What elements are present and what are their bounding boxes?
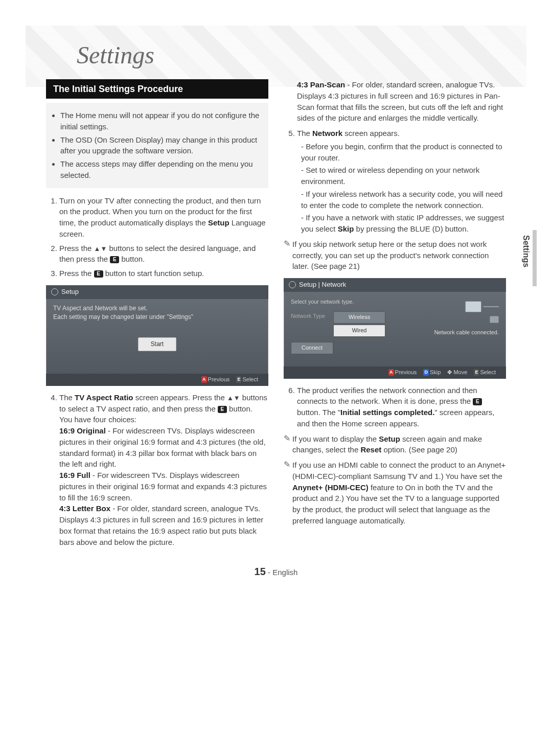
- chapter-title: Settings: [77, 41, 506, 69]
- footer-select: Select: [242, 376, 258, 382]
- enter-icon: E: [110, 256, 119, 263]
- network-type-label: Network Type: [291, 312, 332, 320]
- ui-footer: APrevious ESelect: [46, 374, 268, 386]
- gear-icon: [289, 281, 296, 288]
- page-number: 15 - English: [46, 566, 506, 578]
- steps-list-cont: The TV Aspect Ratio screen appears. Pres…: [46, 392, 268, 548]
- ui-title: Setup | Network: [299, 280, 346, 290]
- note-item: The Home menu will not appear if you do …: [60, 110, 261, 132]
- step-6: The product verifies the network connect…: [297, 385, 506, 429]
- page-language: - English: [266, 568, 298, 577]
- chip-a-icon: A: [388, 369, 394, 376]
- reset-note: ✎ If you want to display the Setup scree…: [284, 433, 506, 456]
- sub-item: Set to wired or wireless depending on yo…: [301, 165, 506, 187]
- router-icon: [465, 301, 481, 312]
- note-item: The OSD (On Screen Display) may change i…: [60, 134, 261, 157]
- enter-icon: E: [473, 398, 482, 405]
- enter-icon: E: [218, 406, 227, 413]
- note-text: If you want to display the Setup screen …: [292, 433, 506, 456]
- skip-note: ✎ If you skip network setup here or the …: [284, 239, 506, 272]
- ui-text-line: TV Aspect and Network will be set.: [53, 304, 261, 313]
- step5-sublist: Before you begin, confirm that the produ…: [301, 141, 506, 235]
- pencil-icon: ✎: [284, 460, 290, 526]
- side-tab-bar: [533, 230, 537, 286]
- ui-title-bar: Setup | Network: [284, 278, 506, 292]
- sub-item: If you have a network with static IP add…: [301, 212, 506, 235]
- ui-body: Select your network type. Network Type W…: [284, 292, 506, 366]
- footer-select: Select: [480, 369, 496, 375]
- step-1: Turn on your TV after connecting the pro…: [59, 195, 268, 240]
- steps-list-r2: The product verifies the network connect…: [284, 385, 506, 429]
- anynet-note: ✎ If you use an HDMI cable to connect th…: [284, 460, 506, 526]
- chip-enter-icon: E: [236, 376, 241, 383]
- cable-icon: [484, 306, 499, 307]
- page-number-value: 15: [255, 566, 266, 577]
- option-wired[interactable]: Wired: [333, 325, 385, 337]
- up-down-icon: ▲▼: [94, 245, 107, 253]
- network-status: Network cable connected.: [427, 329, 499, 337]
- ui-footer: APrevious DSkip ✥ Move ESelect: [284, 366, 506, 379]
- footer-previous: Previous: [208, 376, 230, 382]
- step-4: The TV Aspect Ratio screen appears. Pres…: [59, 392, 268, 548]
- step4-opt4: 4:3 Pan-Scan - For older, standard scree…: [297, 79, 506, 124]
- pencil-icon: ✎: [284, 239, 290, 272]
- option-wireless[interactable]: Wireless: [333, 311, 385, 324]
- side-tab-label: Settings: [521, 235, 531, 267]
- move-icon: ✥: [447, 369, 452, 375]
- ui-title-bar: Setup: [46, 285, 268, 299]
- chip-enter-icon: E: [474, 369, 479, 376]
- ui-body: TV Aspect and Network will be set. Each …: [46, 299, 268, 374]
- chip-d-icon: D: [423, 369, 429, 376]
- connect-button[interactable]: Connect: [291, 342, 333, 354]
- sub-item: If your wireless network has a security …: [301, 189, 506, 211]
- sub-item: Before you begin, confirm that the produ…: [301, 141, 506, 164]
- device-icon: [490, 316, 499, 323]
- step-2: Press the ▲▼ buttons to select the desir…: [59, 243, 268, 265]
- network-screenshot: Setup | Network Select your network type…: [284, 278, 506, 379]
- network-diagram: [427, 301, 499, 324]
- ui-title: Setup: [61, 287, 79, 297]
- note-item: The access steps may differ depending on…: [60, 158, 261, 181]
- page: Settings Settings The Initial Settings P…: [0, 0, 552, 598]
- footer-previous: Previous: [395, 369, 417, 375]
- setup-screenshot: Setup TV Aspect and Network will be set.…: [46, 285, 268, 386]
- ui-text-line: Each setting may be changed later under …: [53, 313, 261, 322]
- notes-box: The Home menu will not appear if you do …: [46, 103, 268, 188]
- content-columns: The Initial Settings Procedure The Home …: [46, 79, 506, 551]
- right-column: 4:3 Pan-Scan - For older, standard scree…: [284, 79, 506, 551]
- step-5: The Network screen appears. Before you b…: [297, 128, 506, 235]
- gear-icon: [51, 288, 58, 295]
- left-column: The Initial Settings Procedure The Home …: [46, 79, 268, 551]
- steps-list-r: The Network screen appears. Before you b…: [284, 128, 506, 235]
- pencil-icon: ✎: [284, 433, 290, 456]
- section-title: The Initial Settings Procedure: [46, 79, 268, 99]
- steps-list: Turn on your TV after connecting the pro…: [46, 195, 268, 279]
- step-3: Press the E button to start function set…: [59, 268, 268, 279]
- footer-move: Move: [453, 369, 467, 375]
- note-text: If you use an HDMI cable to connect the …: [292, 460, 506, 526]
- ui-instruction: Select your network type.: [291, 298, 422, 306]
- start-button[interactable]: Start: [138, 337, 176, 351]
- note-text: If you skip network setup here or the se…: [292, 239, 506, 272]
- enter-icon: E: [94, 270, 103, 278]
- up-down-icon: ▲▼: [227, 394, 240, 402]
- footer-skip: Skip: [430, 369, 441, 375]
- chip-a-icon: A: [201, 376, 207, 383]
